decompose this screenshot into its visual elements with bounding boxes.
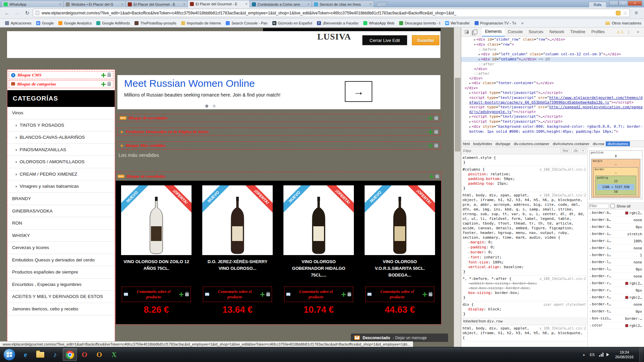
move-block-icon[interactable] [101,82,106,86]
delete-block-icon[interactable] [434,116,438,120]
styles-filter-input[interactable] [463,149,559,153]
tab-close-icon[interactable]: × [59,2,61,7]
close-live-edit-button[interactable]: Cerrar Live Edit [362,35,407,45]
hidden-icons-arrow[interactable]: ▲ [582,353,585,356]
expand-arrow-icon[interactable]: ▶ [469,82,471,85]
dom-tree-node[interactable]: ::after [461,62,644,67]
ad-banner[interactable]: Meet Russian Women Online Millions of Ru… [117,75,440,109]
move-block-icon[interactable] [179,292,183,297]
dom-tree-node[interactable]: ▶<div id="slider_row" class="row">…</div… [461,37,644,42]
bookmark-star-icon[interactable]: ☆ [623,10,627,16]
browser-menu-icon[interactable]: ≡ [631,9,641,17]
move-block-icon[interactable] [429,174,434,179]
css-declaration[interactable]: -moz-box-sizing: border-box; [463,286,586,291]
inspect-element-icon[interactable] [463,28,471,36]
move-block-icon[interactable] [260,292,265,297]
page-scrollbar[interactable] [454,27,461,347]
product-name-link[interactable]: VINO OLOROSO V.O.R.S.SIBARITA 50CL. BODE… [365,255,435,287]
category-item[interactable]: Encurtidos , Especias y legumbres [7,279,115,291]
dom-tree-node[interactable]: ▶<script type="text/javascript">…</scrip… [461,119,644,124]
computed-property[interactable]: ▸border-b…0px [588,224,644,231]
category-item[interactable]: WHISKY [7,230,115,242]
breadcrumb-item[interactable]: html [461,141,472,146]
tab-close-icon[interactable]: × [121,2,123,7]
category-item[interactable]: ›FINOS/MANZANILLAS [7,144,115,156]
dom-tree-node[interactable]: <script type="text/javascript" src="http… [461,105,644,114]
dom-tree-node[interactable]: ::after [461,71,644,76]
delete-block-icon[interactable] [434,129,438,134]
delete-block-icon[interactable] [435,174,439,179]
bookmark-item[interactable]: Descargas torrents - t [397,20,443,26]
expand-arrow-icon[interactable]: ▶ [469,125,471,128]
devtools-tab-sources[interactable]: Sources [526,27,546,37]
category-item[interactable]: ›TINTOS Y ROSADOS [7,119,115,132]
computed-property[interactable]: ▸border-t…rgb(2… [588,294,644,301]
reload-button[interactable]: ↻ [23,9,32,17]
bookmark-item[interactable]: Importado de Interne [179,20,223,26]
product-image[interactable]: NUEVO¡OFERTA! [202,185,273,255]
move-block-icon[interactable] [341,292,346,297]
product-name-link[interactable]: VINO OLOROSO GOBERNADOR HIDALGO 75CL.... [283,255,354,287]
css-declaration[interactable]: ▸border: 0; [463,250,586,255]
devtools-tab-network[interactable]: Network [546,27,567,37]
comment-link[interactable]: Comentario sobre el producto [292,289,340,300]
devtools-close-icon[interactable]: × [634,28,642,36]
taskbar-excel-icon[interactable]: X [107,348,121,361]
language-indicator[interactable]: ES [588,352,596,357]
browser-tab[interactable]: El Placer del Gourmet - E× [125,1,188,7]
computed-property[interactable]: ▸border-l…none [588,259,644,266]
new-style-rule-button[interactable]: + [581,148,585,153]
move-block-icon[interactable] [101,73,106,77]
css-source-link[interactable]: user agent stylesheet [544,302,586,307]
dom-tree-node[interactable]: ::before [461,47,644,52]
computed-property[interactable]: ▸border-l…0px [588,266,644,273]
bookmark-item[interactable]: Search Console - Pan [223,20,270,26]
category-item[interactable]: RON [7,217,115,230]
tab-close-icon[interactable]: × [307,2,310,7]
expand-arrow-icon[interactable]: ▶ [479,58,480,61]
dom-tree-node[interactable]: ▶<div id="left_column" class="column col… [461,52,644,57]
delete-block-icon[interactable] [429,292,432,297]
product-image[interactable]: NUEVO¡OFERTA! [283,185,354,255]
taskbar-internet-explorer-icon[interactable]: e [18,348,33,361]
css-declaration[interactable]: box-sizing: border-box; [463,291,586,295]
expand-arrow-icon[interactable]: ▶ [469,115,471,118]
delete-block-icon[interactable] [347,292,351,297]
computed-property[interactable]: ▸border-b…rgb(2… [588,209,644,217]
tab-close-icon[interactable]: × [183,2,185,7]
category-item[interactable]: ›BLANCOS-CAVAS-ALBARIÑOS [7,131,115,144]
css-declaration[interactable]: padding-bottom: 50px; [463,177,586,181]
class-toggle[interactable]: .cls [571,148,579,153]
devtools-tab-elements[interactable]: Elements [482,27,505,37]
delete-block-icon[interactable] [434,143,438,148]
category-item[interactable]: ›OLOROSOS / AMONTILLADOS [7,156,115,168]
scrollbar-thumb[interactable] [455,78,461,152]
dom-tree-node[interactable]: ▶<div style="background-color:000; backg… [461,124,644,134]
devtools-tab-timeline[interactable]: Timeline [567,27,588,37]
expand-arrow-icon[interactable]: ▼ [474,43,476,46]
category-item[interactable]: Cervezas y licores [7,242,115,254]
dom-tree-node[interactable]: ▶<script type="text/javascript">…</scrip… [461,90,644,96]
move-block-icon[interactable] [423,292,427,297]
move-block-icon[interactable] [428,130,433,134]
expand-arrow-icon[interactable]: ▶ [469,120,471,123]
bookmark-item[interactable]: ThePirateBay-proxylis [132,20,179,26]
dom-tree-node[interactable]: </div> [461,76,644,81]
css-declaration[interactable]: vertical-align: baseline; [463,265,586,269]
computed-property[interactable]: ▸border-r…rgb(2… [588,280,644,287]
css-declaration[interactable]: -webkit-box-sizing: border-box; [463,281,586,286]
css-declaration[interactable]: ▸margin: 0; [463,240,586,245]
computed-property[interactable]: ▸border-i…100% [588,238,644,245]
css-declaration[interactable]: position: relative; [463,172,586,177]
css-declaration[interactable]: ▸font: inherit; [463,255,586,260]
css-source-link[interactable]: v_188_33e1a7a…all.css:2 [540,167,586,172]
css-declaration[interactable]: ▸padding: 0; [463,245,586,250]
browser-tab[interactable]: Servicio de citas en línea× [312,1,374,7]
delete-block-icon[interactable] [107,82,111,86]
category-item[interactable]: BRANDY [7,193,115,205]
ad-title[interactable]: Meet Russian Women Online [124,78,434,89]
new-tab-button[interactable] [376,2,388,6]
minimize-button[interactable]: – [609,1,619,6]
console-warning-badge[interactable]: ⚠ 1 [617,30,623,34]
expand-arrow-icon[interactable]: ▶ [479,53,480,56]
